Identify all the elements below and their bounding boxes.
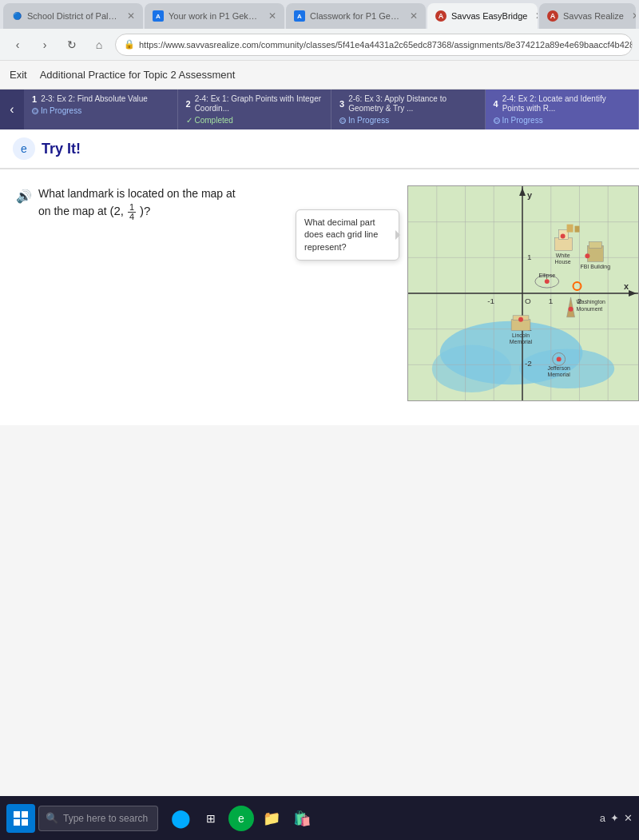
step-3-status-dot: ○ xyxy=(339,117,346,124)
main-content: 🔊 What landmark is located on the map at… xyxy=(0,169,639,425)
tab-favicon-5: A xyxy=(547,10,558,22)
nav-bar: ‹ › ↻ ⌂ 🔒 https://www.savvasrealize.com/… xyxy=(0,29,639,61)
tab-classwork[interactable]: A Classwork for P1 Gekas ADV Wo ✕ xyxy=(286,3,426,29)
steps-prev-button[interactable]: ‹ xyxy=(0,90,24,129)
svg-text:-2: -2 xyxy=(525,359,532,368)
map-tooltip: What decimal part does each grid line re… xyxy=(296,209,399,261)
back-button[interactable]: ‹ xyxy=(6,34,29,56)
tray-icon-dropbox: ✦ xyxy=(610,812,619,824)
exit-bar: Exit Additional Practice for Topic 2 Ass… xyxy=(0,61,639,90)
step-item-1[interactable]: 1 2-3: Ex 2: Find Absolute Value ○ In Pr… xyxy=(24,90,178,129)
svg-text:Jefferson: Jefferson xyxy=(547,365,570,371)
tab-savvas-realize[interactable]: A Savvas Realize ✕ xyxy=(539,3,636,29)
step-item-3[interactable]: 3 2-6: Ex 3: Apply Distance to Geometry … xyxy=(331,90,486,129)
reload-button[interactable]: ↻ xyxy=(61,34,83,56)
page-title: Additional Practice for Topic 2 Assessme… xyxy=(40,69,236,81)
try-it-title: Try It! xyxy=(42,141,81,157)
tray-icon-misc: ✕ xyxy=(624,812,633,824)
step-3-label: 2-6: Ex 3: Apply Distance to Geometry & … xyxy=(348,94,476,113)
forward-button[interactable]: › xyxy=(34,34,56,56)
taskbar-app-files[interactable]: 📁 xyxy=(259,806,284,831)
svg-text:y: y xyxy=(527,190,532,200)
address-bar[interactable]: 🔒 https://www.savvasrealize.com/communit… xyxy=(115,34,633,56)
svg-text:O: O xyxy=(525,297,531,305)
start-button[interactable] xyxy=(6,804,35,833)
taskbar-search[interactable]: 🔍 Type here to search xyxy=(38,806,158,831)
svg-rect-35 xyxy=(589,241,601,248)
tab-close-4[interactable]: ✕ xyxy=(535,10,538,22)
step-4-label: 2-4: Ex 2: Locate and Identify Points wi… xyxy=(502,94,630,113)
step-2-label: 2-4: Ex 1: Graph Points with Integer Coo… xyxy=(195,94,323,113)
fraction-display: 1 4 xyxy=(128,203,136,221)
step-1-number-row: 1 2-3: Ex 2: Find Absolute Value xyxy=(32,94,169,104)
step-4-status-dot: ○ xyxy=(494,117,500,124)
step-1-number: 1 xyxy=(32,94,37,104)
svg-rect-59 xyxy=(14,819,20,826)
tab-close-2[interactable]: ✕ xyxy=(268,10,276,22)
map-svg: y x 1 2 -1 O 1 -1 -2 White House xyxy=(408,186,638,400)
svg-point-49 xyxy=(518,317,523,322)
svg-text:Memorial: Memorial xyxy=(510,339,533,344)
svg-rect-60 xyxy=(22,819,28,826)
search-placeholder: Type here to search xyxy=(63,813,148,824)
svg-text:White: White xyxy=(556,253,570,258)
tab-savvas-easybridge[interactable]: A Savvas EasyBridge ✕ xyxy=(427,3,538,29)
search-icon: 🔍 xyxy=(46,812,58,824)
step-2-number-row: 2 2-4: Ex 1: Graph Points with Integer C… xyxy=(186,94,323,113)
taskbar-app-task-view[interactable]: ⊞ xyxy=(198,806,224,831)
taskbar-app-store[interactable]: 🛍️ xyxy=(289,806,315,831)
svg-text:Monument: Monument xyxy=(577,306,603,312)
step-2-status: ✓ Completed xyxy=(186,116,323,125)
svg-point-37 xyxy=(585,253,589,258)
svg-rect-58 xyxy=(22,811,28,818)
try-it-icon: e xyxy=(13,137,35,160)
taskbar-app-edge[interactable]: e xyxy=(228,806,254,831)
svg-text:Lincoln: Lincoln xyxy=(512,332,530,338)
tab-school-district[interactable]: 🔵 School District of Palm Beach Co ✕ xyxy=(3,3,143,29)
step-3-number: 3 xyxy=(339,99,344,109)
svg-text:x: x xyxy=(624,281,629,291)
steps-container: 1 2-3: Ex 2: Find Absolute Value ○ In Pr… xyxy=(24,90,639,129)
tab-close-1[interactable]: ✕ xyxy=(127,10,135,22)
home-button[interactable]: ⌂ xyxy=(88,34,110,56)
tab-bar: 🔵 School District of Palm Beach Co ✕ A Y… xyxy=(0,0,639,29)
audio-icon[interactable]: 🔊 xyxy=(16,187,32,206)
step-1-status-dot: ○ xyxy=(32,108,38,114)
step-1-label: 2-3: Ex 2: Find Absolute Value xyxy=(41,94,148,104)
taskbar-app-cortana[interactable]: ⬤ xyxy=(168,806,193,831)
tab-close-5[interactable]: ✕ xyxy=(632,10,636,22)
question-text: 🔊 What landmark is located on the map at… xyxy=(16,185,272,221)
svg-point-53 xyxy=(557,356,562,361)
svg-rect-55 xyxy=(575,226,580,233)
svg-text:-1: -1 xyxy=(487,297,494,305)
step-item-2[interactable]: 2 2-4: Ex 1: Graph Points with Integer C… xyxy=(178,90,332,129)
step-4-number-row: 4 2-4: Ex 2: Locate and Identify Points … xyxy=(494,94,631,113)
tab-your-work[interactable]: A Your work in P1 Gekas ADV Wor ✕ xyxy=(145,3,284,29)
step-2-check-icon: ✓ xyxy=(186,116,192,125)
map-container: y x 1 2 -1 O 1 -1 -2 White House xyxy=(407,185,639,401)
step-1-status: ○ In Progress xyxy=(32,106,169,115)
exit-button[interactable]: Exit xyxy=(10,69,27,81)
map-area: What decimal part does each grid line re… xyxy=(288,185,639,409)
svg-rect-57 xyxy=(14,811,20,818)
tab-favicon-3: A xyxy=(294,10,305,22)
svg-text:Memorial: Memorial xyxy=(547,372,570,377)
svg-text:House: House xyxy=(555,259,571,265)
svg-rect-29 xyxy=(555,238,573,251)
question-area: 🔊 What landmark is located on the map at… xyxy=(16,185,272,409)
svg-text:1: 1 xyxy=(549,297,554,305)
tab-favicon-2: A xyxy=(153,10,164,22)
lock-icon: 🔒 xyxy=(124,39,135,50)
step-3-status: ○ In Progress xyxy=(339,116,477,125)
system-tray: a ✦ ✕ xyxy=(600,812,633,824)
tab-favicon-4: A xyxy=(435,10,447,22)
svg-text:Washington: Washington xyxy=(577,299,606,305)
question-body: What landmark is located on the map at o… xyxy=(38,185,236,221)
svg-text:1: 1 xyxy=(527,253,532,261)
svg-text:FBI Building: FBI Building xyxy=(581,264,611,270)
taskbar: 🔍 Type here to search ⬤ ⊞ e 📁 🛍️ a ✦ ✕ xyxy=(0,796,639,840)
tab-close-3[interactable]: ✕ xyxy=(410,10,418,22)
step-item-4[interactable]: 4 2-4: Ex 2: Locate and Identify Points … xyxy=(486,90,640,129)
taskbar-right: a ✦ ✕ xyxy=(600,812,633,824)
page-content: Exit Additional Practice for Topic 2 Ass… xyxy=(0,61,639,796)
